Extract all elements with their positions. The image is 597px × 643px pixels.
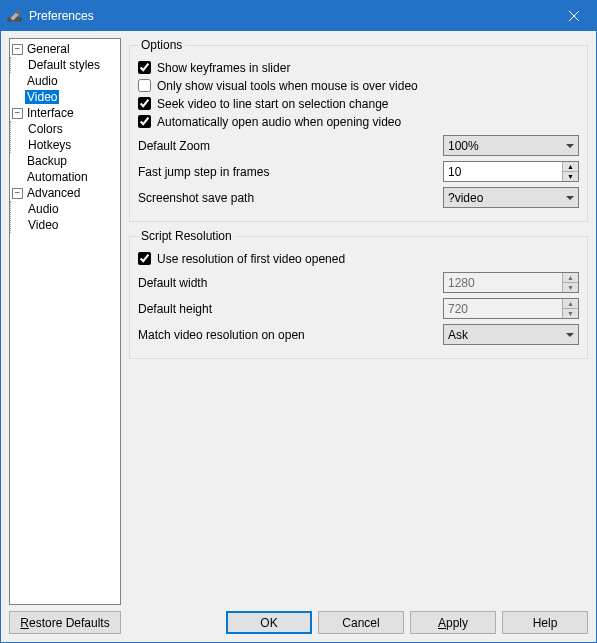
check-only-visual[interactable]: Only show visual tools when mouse is ove… xyxy=(138,77,579,94)
preferences-window: Preferences − General Default styles Aud… xyxy=(0,0,597,643)
fast-jump-input[interactable] xyxy=(444,162,562,181)
chevron-down-icon xyxy=(566,333,574,337)
button-bar: Restore Defaults OK Cancel Apply Help xyxy=(1,605,596,642)
body-area: − General Default styles Audio Video − I… xyxy=(1,31,596,605)
screenshot-path-combo[interactable]: ?video xyxy=(443,187,579,208)
app-icon xyxy=(7,8,23,24)
spin-up-icon[interactable]: ▲ xyxy=(563,162,578,172)
category-tree[interactable]: − General Default styles Audio Video − I… xyxy=(9,38,121,605)
chevron-down-icon xyxy=(566,144,574,148)
checkbox-auto-audio[interactable] xyxy=(138,115,151,128)
restore-defaults-button[interactable]: Restore Defaults xyxy=(9,611,121,634)
tree-interface[interactable]: Interface xyxy=(25,106,76,120)
tree-colors[interactable]: Colors xyxy=(26,122,65,136)
spin-up-icon: ▲ xyxy=(563,299,578,309)
default-width-input xyxy=(444,273,562,292)
screenshot-path-label: Screenshot save path xyxy=(138,191,443,205)
checkbox-only-visual[interactable] xyxy=(138,79,151,92)
spin-down-icon: ▼ xyxy=(563,283,578,292)
match-res-combo[interactable]: Ask xyxy=(443,324,579,345)
options-group: Options Show keyframes in slider Only sh… xyxy=(129,38,588,222)
spin-down-icon[interactable]: ▼ xyxy=(563,172,578,181)
tree-backup[interactable]: Backup xyxy=(25,154,69,168)
settings-panel: Options Show keyframes in slider Only sh… xyxy=(129,38,588,605)
cancel-button[interactable]: Cancel xyxy=(318,611,404,634)
expander-general[interactable]: − xyxy=(12,44,23,55)
tree-video[interactable]: Video xyxy=(25,90,59,104)
default-height-spinner: ▲ ▼ xyxy=(443,298,579,319)
check-seek-line[interactable]: Seek video to line start on selection ch… xyxy=(138,95,579,112)
spin-up-icon: ▲ xyxy=(563,273,578,283)
tree-automation[interactable]: Automation xyxy=(25,170,90,184)
close-button[interactable] xyxy=(551,1,596,31)
script-res-legend: Script Resolution xyxy=(138,229,235,243)
spin-down-icon: ▼ xyxy=(563,309,578,318)
tree-advanced[interactable]: Advanced xyxy=(25,186,82,200)
checkbox-use-first-res[interactable] xyxy=(138,252,151,265)
default-width-spinner: ▲ ▼ xyxy=(443,272,579,293)
checkbox-seek-line[interactable] xyxy=(138,97,151,110)
titlebar: Preferences xyxy=(1,1,596,31)
check-use-first-res[interactable]: Use resolution of first video opened xyxy=(138,250,579,267)
expander-advanced[interactable]: − xyxy=(12,188,23,199)
expander-interface[interactable]: − xyxy=(12,108,23,119)
default-zoom-combo[interactable]: 100% xyxy=(443,135,579,156)
window-title: Preferences xyxy=(29,9,551,23)
fast-jump-spinner[interactable]: ▲ ▼ xyxy=(443,161,579,182)
default-height-input xyxy=(444,299,562,318)
chevron-down-icon xyxy=(566,196,574,200)
default-height-label: Default height xyxy=(138,302,443,316)
help-button[interactable]: Help xyxy=(502,611,588,634)
options-legend: Options xyxy=(138,38,185,52)
tree-default-styles[interactable]: Default styles xyxy=(26,58,102,72)
apply-button[interactable]: Apply xyxy=(410,611,496,634)
default-zoom-label: Default Zoom xyxy=(138,139,443,153)
ok-button[interactable]: OK xyxy=(226,611,312,634)
tree-audio[interactable]: Audio xyxy=(25,74,60,88)
check-show-keyframes[interactable]: Show keyframes in slider xyxy=(138,59,579,76)
tree-adv-audio[interactable]: Audio xyxy=(26,202,61,216)
tree-general[interactable]: General xyxy=(25,42,72,56)
fast-jump-label: Fast jump step in frames xyxy=(138,165,443,179)
close-icon xyxy=(569,11,579,21)
script-resolution-group: Script Resolution Use resolution of firs… xyxy=(129,229,588,359)
tree-adv-video[interactable]: Video xyxy=(26,218,60,232)
match-res-label: Match video resolution on open xyxy=(138,328,443,342)
default-width-label: Default width xyxy=(138,276,443,290)
checkbox-show-keyframes[interactable] xyxy=(138,61,151,74)
check-auto-audio[interactable]: Automatically open audio when opening vi… xyxy=(138,113,579,130)
tree-hotkeys[interactable]: Hotkeys xyxy=(26,138,73,152)
